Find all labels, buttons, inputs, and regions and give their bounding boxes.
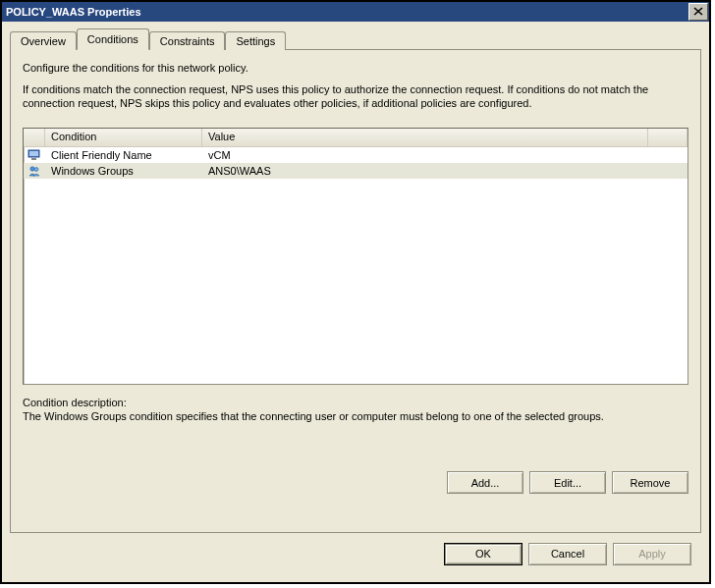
description-label: Condition description: [23,397,688,408]
cancel-button[interactable]: Cancel [528,543,607,565]
header-condition[interactable]: Condition [45,129,202,146]
monitor-icon [24,149,45,161]
listview-body: Client Friendly Name vCM Wind [24,147,688,384]
tab-panel-conditions: Configure the conditions for this networ… [10,49,701,533]
listview-header: Condition Value [24,129,688,147]
list-item[interactable]: Windows Groups ANS0\WAAS [24,163,688,179]
tab-settings[interactable]: Settings [225,31,286,50]
edit-button[interactable]: Edit... [529,471,606,494]
tab-constraints[interactable]: Constraints [149,31,226,50]
properties-dialog: POLICY_WAAS Properties Overview Conditio… [0,0,711,584]
dialog-footer: OK Cancel Apply [10,533,701,574]
condition-value: ANS0\WAAS [202,164,688,178]
header-spacer [648,129,688,146]
description-text: The Windows Groups condition specifies t… [23,410,688,422]
condition-value: vCM [202,148,688,162]
remove-button[interactable]: Remove [612,471,688,494]
svg-rect-1 [29,151,38,156]
tab-strip: Overview Conditions Constraints Settings [10,27,701,49]
condition-name: Windows Groups [45,164,202,178]
tab-conditions[interactable]: Conditions [77,28,149,50]
header-value[interactable]: Value [202,129,648,146]
intro-line-2: If conditions match the connection reque… [23,83,688,111]
list-item[interactable]: Client Friendly Name vCM [24,147,688,163]
add-button[interactable]: Add... [447,471,523,494]
ok-button[interactable]: OK [444,543,522,565]
close-button[interactable] [688,3,708,21]
window-title: POLICY_WAAS Properties [6,6,141,18]
close-icon [693,5,703,19]
header-icon-column[interactable] [24,129,45,146]
condition-description: Condition description: The Windows Group… [23,397,688,422]
svg-point-4 [34,168,38,172]
tab-overview[interactable]: Overview [10,31,77,50]
intro-line-1: Configure the conditions for this networ… [23,62,688,76]
apply-button[interactable]: Apply [613,543,691,565]
svg-rect-2 [31,158,36,160]
client-area: Overview Conditions Constraints Settings… [2,22,709,582]
intro-text: Configure the conditions for this networ… [23,62,688,118]
title-bar[interactable]: POLICY_WAAS Properties [2,2,709,22]
condition-buttons: Add... Edit... Remove [23,471,688,494]
group-icon [24,165,45,177]
condition-name: Client Friendly Name [45,148,202,162]
svg-point-3 [30,167,34,171]
conditions-listview[interactable]: Condition Value Client Friendl [23,128,688,385]
